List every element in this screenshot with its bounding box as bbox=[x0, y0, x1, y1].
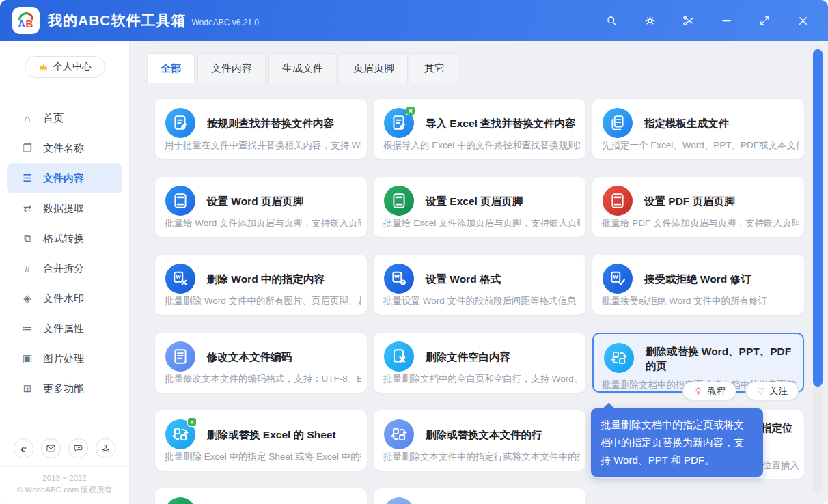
card-hover-actions: 教程♡关注 bbox=[682, 382, 799, 400]
app-version: WodeABC v6.21.0 bbox=[192, 18, 260, 27]
card-description: 用于批量在文件中查找并替换相关内容，支持 Word bbox=[165, 139, 361, 152]
feature-card-9[interactable]: 修改文本文件编码批量修改文本文件的编码格式，支持：UTF-8、BIG5 bbox=[155, 333, 367, 393]
scissors-tools-icon[interactable] bbox=[680, 13, 695, 28]
sidebar-footer: e 2013 ~ 2022 © WodeABC.com 版权所有 bbox=[0, 430, 129, 504]
sidebar-item-watermark[interactable]: ◈文件水印 bbox=[7, 283, 122, 313]
personal-center-button[interactable]: 个人中心 bbox=[25, 56, 105, 78]
feature-card-1[interactable]: ×导入 Excel 查找并替换文件内容根据导入的 Excel 中的文件路径和查找… bbox=[374, 99, 585, 159]
card-description: 批量删除 Word 文件中的所有图片、页眉页脚、超链 bbox=[165, 295, 361, 307]
tab-1[interactable]: 文件内容 bbox=[197, 53, 266, 83]
maximize-icon[interactable] bbox=[757, 13, 772, 28]
word-check-icon bbox=[603, 264, 633, 294]
format-convert-icon: ⧉ bbox=[20, 232, 34, 244]
card-description: 批量删除 Excel 中的指定 Sheet 或将 Excel 中的指定 bbox=[165, 451, 361, 463]
feature-card-13[interactable]: 删除或替换文本文件的行批量删除文本文件中的指定行或将文本文件中的指定 bbox=[374, 410, 585, 471]
scrollbar-thumb[interactable] bbox=[813, 49, 823, 387]
image-process-icon: ▣ bbox=[20, 352, 34, 365]
sidebar-item-label: 更多功能 bbox=[43, 382, 84, 395]
text-doc-icon bbox=[165, 341, 195, 372]
sidebar-item-label: 首页 bbox=[43, 112, 64, 125]
chat-doc-icon bbox=[384, 497, 414, 504]
swap-pages-icon bbox=[604, 343, 634, 373]
svg-text:A: A bbox=[18, 18, 25, 29]
share-icon[interactable] bbox=[96, 438, 115, 458]
close-icon[interactable] bbox=[795, 13, 810, 28]
feature-card-5[interactable]: 设置 PDF 页眉页脚批量给 PDF 文件添加页眉与页脚，支持嵌入页码 bbox=[592, 177, 804, 237]
watermark-icon: ◈ bbox=[20, 292, 34, 305]
tooltip: 批量删除文档中的指定页或将文档中的指定页替换为新内容，支持 Word、PPT 和… bbox=[591, 408, 763, 477]
file-props-icon: ≔ bbox=[20, 322, 34, 335]
follow-button[interactable]: ♡关注 bbox=[745, 382, 799, 400]
page-header-footer-icon bbox=[165, 186, 195, 216]
sidebar-item-image[interactable]: ▣图片处理 bbox=[7, 344, 122, 374]
tab-2[interactable]: 生成文件 bbox=[268, 53, 337, 83]
sidebar-item-merge[interactable]: #合并拆分 bbox=[7, 253, 122, 283]
card-description: 批量删除文本文件中的指定行或将文本文件中的指定 bbox=[383, 451, 580, 463]
card-description: 批量给 Word 文件添加页眉与页脚，支持嵌入页码 bbox=[165, 217, 361, 229]
scrollbar-track[interactable] bbox=[813, 45, 823, 494]
chat-icon[interactable] bbox=[68, 438, 88, 458]
sidebar-item-label: 文件内容 bbox=[43, 172, 84, 185]
feature-card-0[interactable]: 按规则查找并替换文件内容用于批量在文件中查找并替换相关内容，支持 Word bbox=[155, 99, 367, 159]
sidebar-item-props[interactable]: ≔文件属性 bbox=[7, 313, 122, 344]
sidebar-item-label: 数据提取 bbox=[43, 202, 84, 215]
ab-logo-icon: A B bbox=[16, 10, 36, 31]
crown-icon bbox=[38, 61, 49, 73]
word-gear-icon bbox=[384, 264, 414, 294]
tab-0-active[interactable]: 全部 bbox=[147, 53, 195, 83]
minimize-icon[interactable] bbox=[719, 13, 734, 28]
merge-split-icon: # bbox=[20, 263, 34, 275]
search-icon[interactable] bbox=[604, 13, 619, 28]
feature-card-4[interactable]: 设置 Excel 页眉页脚批量给 Excel 文件添加页眉与页脚，支持嵌入页码 bbox=[374, 177, 585, 237]
mail-icon[interactable] bbox=[41, 438, 61, 458]
home-icon: ⌂ bbox=[20, 113, 34, 124]
feature-card-6[interactable]: 删除 Word 中的指定内容批量删除 Word 文件中的所有图片、页眉页脚、超链 bbox=[155, 255, 367, 315]
feature-card-3[interactable]: 设置 Word 页眉页脚批量给 Word 文件添加页眉与页脚，支持嵌入页码 bbox=[155, 177, 367, 237]
card-title: 修改文本文件编码 bbox=[207, 350, 360, 364]
file-content-icon: ☰ bbox=[20, 172, 34, 184]
doc-edit-icon: × bbox=[384, 108, 414, 138]
tutorial-button[interactable]: 教程 bbox=[682, 382, 736, 400]
copyright-years: 2013 ~ 2022 bbox=[0, 473, 129, 484]
data-extract-icon: ⇄ bbox=[20, 202, 34, 214]
main-content: 全部文件内容生成文件页眉页脚其它 按规则查找并替换文件内容用于批量在文件中查找并… bbox=[130, 41, 828, 504]
sidebar-item-home[interactable]: ⌂首页 bbox=[7, 103, 122, 133]
file-name-icon: ❐ bbox=[20, 142, 34, 154]
feature-card-2[interactable]: 指定模板生成文件先指定一个 Excel、Word、PPT、PDF或文本文件作 bbox=[592, 99, 804, 159]
copyright-owner: © WodeABC.com 版权所有 bbox=[0, 484, 129, 496]
sidebar-item-filename[interactable]: ❐文件名称 bbox=[7, 133, 122, 163]
settings-gear-icon[interactable] bbox=[642, 13, 657, 28]
tab-3[interactable]: 页眉页脚 bbox=[340, 53, 408, 83]
tab-4[interactable]: 其它 bbox=[411, 53, 458, 83]
sidebar-item-extract[interactable]: ⇄数据提取 bbox=[7, 193, 122, 223]
word-x-icon bbox=[165, 264, 195, 294]
sidebar-item-label: 合并拆分 bbox=[43, 262, 84, 275]
feature-card-partial-0[interactable] bbox=[155, 488, 367, 504]
doc-x-icon bbox=[384, 341, 414, 372]
card-description: 批量修改文本文件的编码格式，支持：UTF-8、BIG5 bbox=[165, 373, 361, 385]
title-bar: A B 我的ABC软件工具箱 WodeABC v6.21.0 bbox=[0, 0, 828, 41]
lightbulb-icon bbox=[693, 387, 703, 396]
excel-x-badge-icon: × bbox=[406, 106, 415, 115]
card-description: 批量给 Excel 文件添加页眉与页脚，支持嵌入页码 bbox=[383, 217, 580, 229]
sidebar-item-filecontent[interactable]: ☰文件内容 bbox=[7, 163, 122, 193]
category-tabs: 全部文件内容生成文件页眉页脚其它 bbox=[147, 53, 828, 83]
card-description: 先指定一个 Excel、Word、PPT、PDF或文本文件作 bbox=[602, 139, 799, 152]
card-title: 删除或替换 Excel 的 Sheet bbox=[207, 428, 360, 442]
feature-card-7[interactable]: 设置 Word 格式批量设置 Word 文件的段前段后间距等格式信息 bbox=[374, 255, 585, 315]
swap-pages-icon bbox=[384, 419, 414, 449]
card-title: 设置 Excel 页眉页脚 bbox=[426, 194, 579, 208]
feature-card-12[interactable]: ×删除或替换 Excel 的 Sheet批量删除 Excel 中的指定 Shee… bbox=[155, 410, 367, 471]
app-logo: A B bbox=[12, 7, 40, 34]
feature-card-partial-1[interactable] bbox=[374, 488, 585, 504]
personal-center-label: 个人中心 bbox=[53, 61, 92, 73]
sidebar-item-convert[interactable]: ⧉格式转换 bbox=[7, 223, 122, 253]
ie-browser-icon[interactable]: e bbox=[14, 438, 33, 458]
sidebar-item-more[interactable]: ⊞更多功能 bbox=[7, 374, 122, 404]
feature-card-8[interactable]: 接受或拒绝 Word 修订批量接受或拒绝 Word 文件中的所有修订 bbox=[592, 255, 804, 315]
feature-card-11[interactable]: 删除或替换 Word、PPT、PDF 的页批量删除文档中的指定页或将文档中的指定… bbox=[592, 333, 804, 393]
window-controls bbox=[604, 0, 810, 41]
sidebar-divider bbox=[0, 92, 129, 92]
feature-card-10[interactable]: 删除文件空白内容批量删除文档中的空白页和空白行，支持 Word、E bbox=[374, 333, 585, 393]
sidebar-item-label: 格式转换 bbox=[43, 232, 84, 245]
